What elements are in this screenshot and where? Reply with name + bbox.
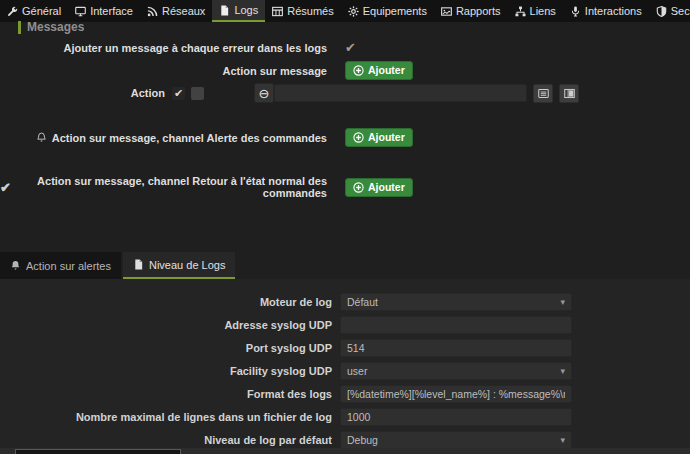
- nav-label: Général: [22, 5, 61, 17]
- adresse-syslog-input[interactable]: [340, 316, 572, 334]
- moteur-de-log-label: Moteur de log: [0, 296, 340, 308]
- tab-label: Niveau de Logs: [149, 259, 225, 271]
- error-log-label: Ajouter un message à chaque erreur dans …: [0, 42, 327, 54]
- nav-item-liens[interactable]: Liens: [508, 0, 563, 22]
- form-row-format-logs: Format des logs: [0, 382, 690, 405]
- form-row-port-syslog: Port syslog UDP: [0, 336, 690, 359]
- form-row-max-lignes: Nombre maximal de lignes dans un fichier…: [0, 405, 690, 428]
- nav-label: Securité: [671, 5, 690, 17]
- nav-label: Liens: [530, 5, 556, 17]
- niveau-log-defaut-select[interactable]: Debug ▾: [340, 431, 572, 449]
- max-lignes-input[interactable]: [340, 408, 572, 426]
- nav-label: Logs: [234, 4, 258, 16]
- caret-down-icon: ▾: [560, 297, 565, 307]
- file-icon: [133, 259, 144, 270]
- error-log-checkbox[interactable]: ✔: [345, 41, 356, 54]
- remove-action-button[interactable]: ⊖: [254, 83, 274, 103]
- facility-syslog-select[interactable]: user ▾: [340, 362, 572, 380]
- add-button-label: Ajouter: [368, 131, 405, 144]
- columns-button[interactable]: [559, 84, 579, 103]
- nav-item-interface[interactable]: Interface: [68, 0, 140, 22]
- microphone-icon: [570, 6, 581, 17]
- select-value: user: [347, 365, 367, 377]
- nav-item-rapports[interactable]: Rapports: [434, 0, 508, 22]
- action-secondary-checkbox[interactable]: [191, 87, 204, 100]
- action-enabled-checkbox[interactable]: ✔: [172, 87, 185, 100]
- columns-icon: [564, 88, 575, 99]
- file-icon: [219, 5, 230, 16]
- action-editor-row: Action ✔ ⊖: [0, 83, 579, 103]
- tab-niveau-de-logs[interactable]: Niveau de Logs: [123, 252, 235, 279]
- select-value: Debug: [347, 434, 378, 446]
- nav-item-general[interactable]: Général: [0, 0, 68, 22]
- plus-circle-icon: [353, 132, 364, 143]
- normal-channel-row: ✔ Action sur message, channel Retour à l…: [0, 175, 413, 199]
- sitemap-icon: [515, 6, 526, 17]
- niveau-log-defaut-label: Niveau de log par défaut: [0, 434, 340, 446]
- nav-item-reseaux[interactable]: Réseaux: [140, 0, 212, 22]
- normal-channel-text: Action sur message, channel Retour à l'é…: [16, 175, 327, 199]
- port-syslog-label: Port syslog UDP: [0, 342, 340, 354]
- action-message-label: Action sur message: [0, 65, 327, 77]
- nav-label: Equipements: [363, 5, 427, 17]
- caret-down-icon: ▾: [560, 435, 565, 445]
- nav-label: Interface: [90, 5, 133, 17]
- action-command-input[interactable]: [274, 84, 527, 102]
- error-log-row: Ajouter un message à chaque erreur dans …: [0, 41, 356, 54]
- port-syslog-input[interactable]: [340, 339, 572, 357]
- plus-circle-icon: [353, 182, 364, 193]
- form-row-adresse-syslog: Adresse syslog UDP: [0, 313, 690, 336]
- form-row-facility-syslog: Facility syslog UDP user ▾: [0, 359, 690, 382]
- nav-item-interactions[interactable]: Interactions: [563, 0, 649, 22]
- bottom-panel-edge: [15, 449, 181, 454]
- table-icon: [272, 6, 283, 17]
- wrench-icon: [7, 6, 18, 17]
- check-icon: ✔: [174, 87, 183, 100]
- action-message-row: Action sur message Ajouter: [0, 61, 413, 80]
- add-normal-action-button[interactable]: Ajouter: [345, 178, 413, 197]
- plus-circle-icon: [353, 65, 364, 76]
- nav-label: Résumés: [287, 5, 333, 17]
- log-level-form: Moteur de log Défaut ▾ Adresse syslog UD…: [0, 279, 690, 448]
- add-alert-action-button[interactable]: Ajouter: [345, 128, 413, 147]
- top-navbar: Général Interface Réseaux Logs Résumés E…: [0, 0, 690, 22]
- check-icon: ✔: [0, 181, 11, 194]
- format-des-logs-input[interactable]: [340, 385, 572, 403]
- settings-page: Général Interface Réseaux Logs Résumés E…: [0, 0, 690, 454]
- facility-syslog-label: Facility syslog UDP: [0, 365, 340, 377]
- nav-item-resumes[interactable]: Résumés: [265, 0, 340, 22]
- adresse-syslog-label: Adresse syslog UDP: [0, 319, 340, 331]
- rss-icon: [147, 6, 158, 17]
- bell-icon: [10, 260, 21, 271]
- image-icon: [441, 6, 452, 17]
- normal-channel-label: ✔ Action sur message, channel Retour à l…: [0, 175, 327, 199]
- nav-label: Réseaux: [162, 5, 205, 17]
- gear-icon: [348, 6, 359, 17]
- moteur-de-log-select[interactable]: Défaut ▾: [340, 293, 572, 311]
- nav-label: Interactions: [585, 5, 642, 17]
- alert-channel-row: Action sur message, channel Alerte des c…: [0, 128, 413, 147]
- add-button-label: Ajouter: [368, 64, 405, 77]
- tab-action-sur-alertes[interactable]: Action sur alertes: [0, 252, 121, 279]
- nav-label: Rapports: [456, 5, 501, 17]
- shield-icon: [656, 6, 667, 17]
- alert-channel-text: Action sur message, channel Alerte des c…: [52, 132, 327, 144]
- form-row-moteur: Moteur de log Défaut ▾: [0, 290, 690, 313]
- messages-section-title: Messages: [18, 21, 84, 34]
- nav-item-securite[interactable]: Securité: [649, 0, 690, 22]
- format-des-logs-label: Format des logs: [0, 388, 340, 400]
- max-lignes-label: Nombre maximal de lignes dans un fichier…: [0, 411, 340, 423]
- select-value: Défaut: [347, 296, 378, 308]
- list-icon: [538, 88, 549, 99]
- nav-item-logs[interactable]: Logs: [212, 0, 265, 22]
- tab-label: Action sur alertes: [26, 260, 111, 272]
- bottom-cropped-strip: [0, 448, 690, 454]
- log-settings-tabbar: Action sur alertes Niveau de Logs: [0, 252, 690, 279]
- alert-channel-label: Action sur message, channel Alerte des c…: [0, 132, 327, 144]
- add-button-label: Ajouter: [368, 181, 405, 194]
- nav-item-equipements[interactable]: Equipements: [341, 0, 434, 22]
- action-label: Action: [0, 87, 172, 99]
- add-action-message-button[interactable]: Ajouter: [345, 61, 413, 80]
- caret-down-icon: ▾: [560, 366, 565, 376]
- list-select-button[interactable]: [533, 84, 553, 103]
